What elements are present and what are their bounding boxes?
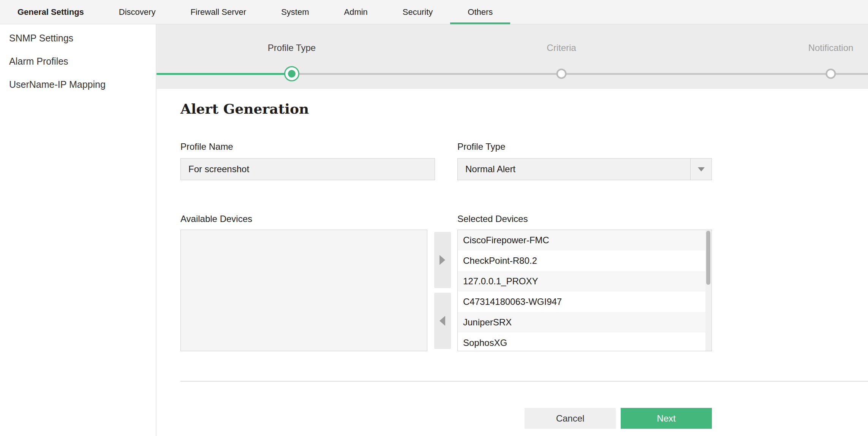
step-dot-criteria[interactable] — [557, 69, 567, 79]
device-list-item[interactable]: SophosXG — [458, 333, 711, 351]
dropdown-toggle-button[interactable] — [690, 159, 711, 180]
profile-name-field: Profile Name — [180, 141, 435, 180]
step-label-profile-type: Profile Type — [268, 43, 316, 53]
tab-admin[interactable]: Admin — [326, 0, 385, 24]
device-list-item[interactable]: CiscoFirepower-FMC — [458, 230, 711, 251]
device-list-item[interactable]: CheckPoint-R80.2 — [458, 251, 711, 271]
step-label-notification: Notification — [808, 43, 854, 53]
selected-devices-list: CiscoFirepower-FMC CheckPoint-R80.2 127.… — [457, 230, 712, 351]
profile-type-label: Profile Type — [457, 141, 712, 152]
sidebar-item-snmp-settings[interactable]: SNMP Settings — [0, 27, 156, 50]
profile-name-input[interactable] — [180, 158, 435, 180]
profile-name-label: Profile Name — [180, 141, 435, 152]
scrollbar[interactable] — [705, 230, 711, 351]
wizard-stepper: Profile Type Criteria Notification — [157, 24, 868, 89]
device-list-item[interactable]: C47314180063-WGI947 — [458, 292, 711, 312]
alert-generation-form: Alert Generation Profile Name Profile Ty… — [157, 100, 868, 429]
tab-discovery[interactable]: Discovery — [101, 0, 173, 24]
tab-general-settings[interactable]: General Settings — [0, 0, 101, 24]
profile-type-select[interactable]: Normal Alert — [457, 158, 712, 180]
tab-system[interactable]: System — [264, 0, 326, 24]
device-list-item[interactable]: JuniperSRX — [458, 312, 711, 333]
main-panel: Profile Type Criteria Notification Alert… — [157, 24, 868, 436]
available-devices-list[interactable] — [180, 230, 427, 351]
available-devices-label: Available Devices — [180, 214, 457, 224]
tab-security[interactable]: Security — [385, 0, 450, 24]
settings-sidebar: SNMP Settings Alarm Profiles UserName-IP… — [0, 24, 157, 436]
arrow-right-icon — [440, 255, 445, 265]
profile-type-field: Profile Type Normal Alert — [457, 141, 712, 180]
sidebar-item-alarm-profiles[interactable]: Alarm Profiles — [0, 50, 156, 73]
device-list-item[interactable]: 127.0.0.1_PROXY — [458, 271, 711, 292]
section-divider — [180, 381, 868, 382]
step-dot-notification[interactable] — [826, 69, 836, 79]
cancel-button[interactable]: Cancel — [525, 408, 616, 429]
arrow-left-icon — [440, 316, 445, 326]
step-label-criteria: Criteria — [547, 43, 576, 53]
next-button[interactable]: Next — [621, 408, 712, 429]
transfer-controls — [427, 230, 457, 351]
scrollbar-thumb[interactable] — [706, 231, 710, 285]
chevron-down-icon — [698, 167, 705, 171]
page-title: Alert Generation — [180, 100, 868, 117]
profile-type-selected-value: Normal Alert — [458, 164, 690, 174]
stepper-progress-fill — [157, 73, 298, 75]
tab-others[interactable]: Others — [450, 0, 510, 24]
move-left-button[interactable] — [434, 293, 451, 349]
move-right-button[interactable] — [434, 232, 451, 288]
step-dot-profile-type[interactable] — [284, 66, 299, 81]
sidebar-item-username-ip-mapping[interactable]: UserName-IP Mapping — [0, 73, 156, 96]
top-navigation: General Settings Discovery Firewall Serv… — [0, 0, 868, 24]
selected-devices-label: Selected Devices — [457, 214, 712, 224]
tab-firewall-server[interactable]: Firewall Server — [173, 0, 264, 24]
